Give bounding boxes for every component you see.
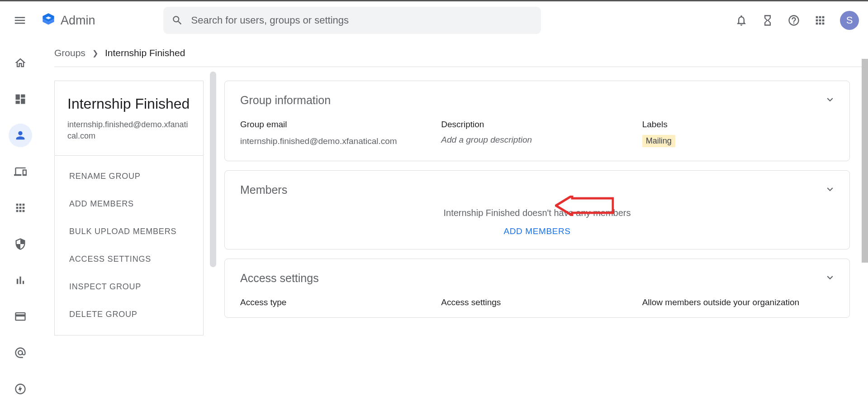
sidebar-actions: RENAME GROUP ADD MEMBERS BULK UPLOAD MEM… — [54, 156, 204, 336]
nav-directory[interactable] — [9, 124, 32, 147]
info-row: Access type Access settings Allow member… — [240, 297, 834, 313]
nav-billing[interactable] — [9, 305, 32, 328]
info-label: Description — [441, 120, 633, 129]
expand-button[interactable] — [824, 94, 836, 107]
help-icon[interactable] — [787, 14, 800, 27]
group-title: Internship Finished — [67, 95, 190, 114]
app-title: Admin — [61, 14, 95, 28]
info-placeholder[interactable]: Add a group description — [441, 135, 633, 145]
header: Admin S — [0, 1, 868, 39]
nav-dashboard[interactable] — [9, 87, 32, 111]
search-input[interactable] — [191, 14, 533, 26]
action-inspect-group[interactable]: INSPECT GROUP — [55, 273, 203, 301]
avatar[interactable]: S — [840, 11, 859, 30]
card-group-information[interactable]: Group information Group email internship… — [224, 81, 850, 161]
logo[interactable]: Admin — [40, 12, 95, 29]
search-icon — [171, 14, 183, 26]
left-nav — [0, 40, 41, 336]
main-cards: Group information Group email internship… — [220, 67, 854, 336]
page-scrollbar[interactable] — [862, 59, 868, 263]
card-title: Access settings — [240, 272, 834, 285]
hourglass-icon[interactable] — [761, 14, 774, 27]
card-access-settings[interactable]: Access settings Access type Access setti… — [224, 259, 850, 318]
notifications-icon[interactable] — [735, 14, 748, 27]
header-actions: S — [735, 11, 859, 30]
info-label: Access settings — [441, 297, 633, 307]
main-layout: Internship Finished internship.finished@… — [54, 67, 854, 336]
search-bar[interactable] — [163, 7, 541, 34]
breadcrumb: Groups ❯ Internship Finished — [54, 39, 854, 67]
nav-reporting[interactable] — [9, 269, 32, 292]
group-header: Internship Finished internship.finished@… — [54, 81, 204, 156]
members-empty-msg: Internship Finished doesn't have any mem… — [240, 208, 834, 218]
breadcrumb-current: Internship Finished — [105, 48, 185, 58]
expand-button[interactable] — [824, 272, 836, 285]
inner-scrollbar[interactable] — [210, 72, 216, 267]
chevron-right-icon: ❯ — [92, 49, 98, 58]
card-title: Group information — [240, 94, 834, 107]
chevron-down-icon — [824, 272, 836, 283]
info-col-email: Group email internship.finished@demo.xfa… — [240, 120, 432, 148]
breadcrumb-root[interactable]: Groups — [54, 48, 85, 58]
apps-icon[interactable] — [814, 14, 826, 27]
info-label: Group email — [240, 120, 432, 129]
add-members-link[interactable]: ADD MEMBERS — [240, 226, 834, 236]
action-rename-group[interactable]: RENAME GROUP — [55, 163, 203, 190]
info-col-description: Description Add a group description — [441, 120, 633, 148]
info-label: Labels — [642, 120, 834, 129]
nav-home[interactable] — [9, 51, 32, 75]
nav-security[interactable] — [9, 232, 32, 256]
info-col-access-settings: Access settings — [441, 297, 633, 313]
action-bulk-upload[interactable]: BULK UPLOAD MEMBERS — [55, 218, 203, 245]
nav-apps[interactable] — [9, 196, 32, 220]
label-chip: Mailing — [642, 135, 675, 147]
content: Groups ❯ Internship Finished Internship … — [41, 39, 868, 336]
action-access-settings[interactable]: ACCESS SETTINGS — [55, 245, 203, 273]
info-col-outside: Allow members outside your organization — [642, 297, 834, 313]
card-members[interactable]: Members Internship Finished doesn't have… — [224, 170, 850, 249]
expand-button[interactable] — [824, 183, 836, 197]
info-value: internship.finished@demo.xfanatical.com — [240, 135, 432, 148]
group-email: internship.finished@demo.xfanatical.com — [67, 119, 190, 142]
info-col-labels: Labels Mailing — [642, 120, 834, 148]
info-label: Allow members outside your organization — [642, 297, 834, 307]
hamburger-icon — [13, 14, 27, 27]
action-add-members[interactable]: ADD MEMBERS — [55, 190, 203, 218]
info-row: Group email internship.finished@demo.xfa… — [240, 120, 834, 148]
group-sidebar: Internship Finished internship.finished@… — [54, 81, 204, 336]
info-label: Access type — [240, 297, 432, 307]
info-col-access-type: Access type — [240, 297, 432, 313]
main-menu-button[interactable] — [9, 10, 31, 31]
nav-devices[interactable] — [9, 160, 32, 183]
admin-logo-icon — [40, 12, 57, 29]
action-delete-group[interactable]: DELETE GROUP — [55, 301, 203, 328]
chevron-down-icon — [824, 183, 836, 195]
card-title: Members — [240, 183, 834, 197]
chevron-down-icon — [824, 94, 836, 105]
